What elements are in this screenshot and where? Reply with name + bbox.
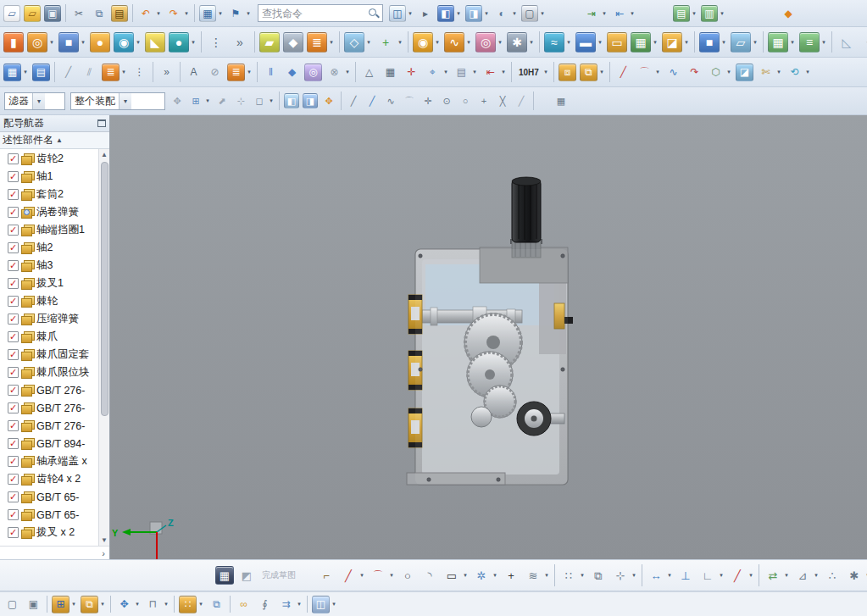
green-layers-dropdown-icon[interactable]: ▾	[820, 39, 827, 46]
window-mode[interactable]: ▢▾	[520, 4, 547, 23]
navigator-scrollbar[interactable]: ▲ ▼	[98, 149, 109, 546]
rectangle[interactable]: ▭▾	[442, 565, 470, 585]
datum-plane[interactable]: ◇▾	[343, 31, 373, 53]
quick-trim-dropdown-icon[interactable]: ▾	[748, 572, 754, 579]
sphere-feature[interactable]: ●	[89, 31, 111, 53]
washer-stack[interactable]: ◉▾	[113, 31, 142, 53]
sheet-body-dropdown-icon[interactable]: ▾	[752, 39, 759, 46]
finish-sketch[interactable]: ▦	[214, 565, 235, 585]
offset-curve-dropdown-icon[interactable]: ▾	[543, 572, 550, 579]
paste[interactable]: ▤	[110, 4, 129, 23]
angle-tool[interactable]: ◺	[836, 31, 858, 53]
exploded-view[interactable]: ◫▾	[311, 595, 338, 614]
table-blue[interactable]: ▦▾	[3, 63, 30, 82]
component-group-dropdown-icon[interactable]: ▾	[99, 601, 106, 608]
part-checkbox[interactable]: ✓	[8, 349, 19, 360]
datum-crosses[interactable]: ✛	[402, 63, 421, 82]
green-layers[interactable]: ≡▾	[798, 31, 828, 53]
part-checkbox[interactable]: ✓	[8, 385, 19, 396]
part-checkbox[interactable]: ✓	[8, 402, 19, 413]
tree-item[interactable]: ✓棘轮	[0, 292, 98, 310]
coil-spring[interactable]: ∿▾	[443, 31, 473, 53]
gold-stack[interactable]: ⧉▾	[579, 63, 606, 82]
edit-defining[interactable]: ✱▾	[844, 565, 867, 585]
dimension-dropdown-icon[interactable]: ▾	[666, 572, 673, 579]
orange-bars[interactable]: ≣▾	[226, 63, 253, 82]
orange-bars-dropdown-icon[interactable]: ▾	[246, 69, 253, 75]
snap-arc[interactable]: ⌒	[401, 92, 418, 109]
show-hide[interactable]: ◐▾	[492, 4, 519, 23]
navigator-title-bar[interactable]: 配导航器	[0, 115, 109, 132]
tree-item[interactable]: ✓GB/T 276-	[0, 381, 98, 399]
mirror-assembly[interactable]: ⧉	[207, 595, 226, 614]
search-input[interactable]	[258, 8, 368, 19]
tree-item[interactable]: ✓轴承端盖 x	[0, 452, 98, 470]
coil-spring-dropdown-icon[interactable]: ▾	[465, 39, 472, 46]
grid-snap[interactable]: ▦	[553, 92, 570, 109]
part-checkbox[interactable]: ✓	[8, 438, 19, 449]
overflow-chevron-2[interactable]: »	[157, 63, 176, 82]
mirror-curve[interactable]: ⧉	[588, 565, 609, 585]
gearbox-3d-model[interactable]: Y Z X	[110, 115, 867, 559]
tree-item[interactable]: ✓棘爪	[0, 328, 98, 346]
wave-surface[interactable]: ≈▾	[543, 31, 573, 53]
show-hide-dropdown-icon[interactable]: ▾	[511, 10, 518, 17]
block-feature-dropdown-icon[interactable]: ▾	[80, 39, 86, 46]
geometric-constraints[interactable]: ⊥	[675, 565, 696, 585]
scrollbar-thumb[interactable]	[101, 162, 108, 416]
sketch-flag[interactable]: ◩	[236, 565, 257, 585]
point-cluster[interactable]: ✲▾	[471, 565, 499, 585]
part-checkbox[interactable]: ✓	[8, 420, 19, 431]
dimension[interactable]: ↔▾	[646, 565, 674, 585]
part-checkbox[interactable]: ✓	[8, 189, 19, 200]
window-b[interactable]: ▣	[24, 595, 43, 614]
target-point-dropdown-icon[interactable]: ▾	[442, 69, 449, 75]
scroll-up-icon[interactable]: ▲	[99, 149, 109, 160]
ring-feature[interactable]: ◎▾	[475, 31, 504, 53]
snap-center[interactable]: ⊙	[438, 92, 455, 109]
open-folder[interactable]: ▱	[23, 4, 42, 23]
intersection-point[interactable]: ⊹▾	[610, 565, 638, 585]
pattern-curve-dropdown-icon[interactable]: ▾	[579, 572, 586, 579]
tree-item[interactable]: ✓GB/T 894-	[0, 435, 98, 452]
selection-filter-combo[interactable]: 滤器 ▾	[4, 92, 65, 110]
tree-item[interactable]: ✓套筒2	[0, 186, 98, 203]
exploded-view-dropdown-icon[interactable]: ▾	[331, 601, 337, 608]
hex-tool[interactable]: ⬡▾	[706, 63, 733, 82]
gold-scissors[interactable]: ✄▾	[756, 63, 783, 82]
orange-list-dropdown-icon[interactable]: ▾	[120, 69, 127, 75]
blue-cube[interactable]: ■▾	[698, 31, 728, 53]
datum-plus[interactable]: +▾	[375, 31, 404, 53]
assembly-constraints-dropdown-icon[interactable]: ▾	[163, 601, 170, 608]
fastener-tool-dropdown-icon[interactable]: ▾	[528, 39, 535, 46]
tree-item[interactable]: ✓压缩弹簧	[0, 310, 98, 328]
sequence-tool[interactable]: ⇉▾	[276, 595, 303, 614]
deselect-all[interactable]: ⊹	[232, 92, 249, 109]
save[interactable]: ▣	[43, 4, 62, 23]
blue-slab-dropdown-icon[interactable]: ▾	[597, 39, 603, 46]
render-style[interactable]: ◨▾	[464, 4, 491, 23]
scroll-down-icon[interactable]: ▼	[99, 535, 109, 546]
move-handles[interactable]: ✥	[320, 92, 337, 109]
shaded-cube[interactable]: ◨	[302, 92, 319, 109]
sheet-table-1[interactable]: ▤▾	[672, 4, 698, 23]
part-checkbox[interactable]: ✓	[8, 207, 19, 218]
selection-plus[interactable]: ⊞▾	[187, 92, 212, 109]
rectangle-select[interactable]: ◻▾	[251, 92, 275, 109]
quick-trim[interactable]: ╱▾	[727, 565, 755, 585]
command-finder-flag-dropdown-icon[interactable]: ▾	[245, 10, 252, 17]
sketch-list[interactable]: ≣▾	[306, 31, 336, 53]
corner-tool[interactable]: ∟▾	[697, 565, 725, 585]
overflow-chevron-1[interactable]: »	[229, 31, 251, 53]
surface-patch[interactable]: ◪	[735, 63, 754, 82]
tree-item[interactable]: ✓拨叉1	[0, 275, 98, 292]
wedge-feature[interactable]: ◣	[144, 31, 166, 53]
curve-point-line[interactable]: ╱	[614, 63, 633, 82]
sheet-table-2[interactable]: ▥▾	[700, 4, 726, 23]
tree-item[interactable]: ✓齿轮2	[0, 150, 98, 168]
render-style-dropdown-icon[interactable]: ▾	[483, 10, 490, 17]
slant-plate[interactable]: ▰	[258, 31, 281, 53]
chain-link[interactable]: ∞	[234, 595, 253, 614]
navigator-float-icon[interactable]	[97, 119, 106, 127]
command-finder-flag[interactable]: ⚑▾	[226, 4, 253, 23]
